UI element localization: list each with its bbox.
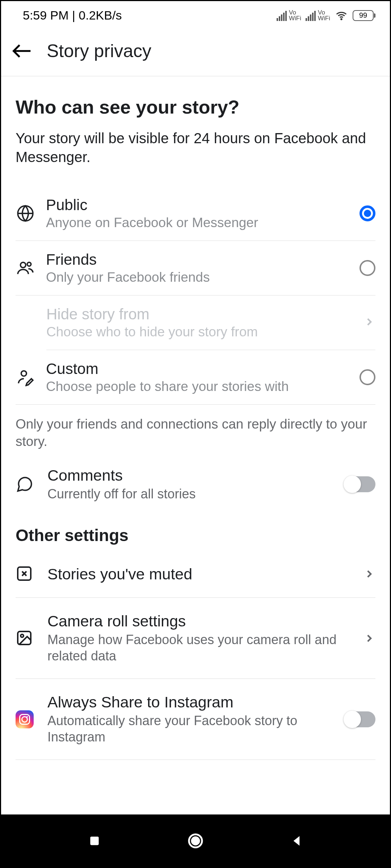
svg-point-0 (341, 18, 342, 20)
page-title: Story privacy (47, 41, 151, 61)
option-public-sub: Anyone on Facebook or Messenger (46, 215, 345, 230)
other-settings-title: Other settings (16, 516, 375, 550)
recent-apps-icon[interactable] (87, 834, 102, 848)
status-right: VoWiFi VoWiFi 99 (277, 10, 375, 21)
battery-indicator: 99 (353, 10, 375, 21)
option-hide-from: Hide story from Choose who to hide your … (46, 295, 375, 350)
comments-sub: Currently off for all stories (47, 486, 331, 502)
system-nav-bar (1, 814, 390, 867)
option-custom-sub: Choose people to share your stories with (46, 379, 345, 394)
wifi-icon (335, 10, 348, 21)
option-custom[interactable]: Custom Choose people to share your stori… (16, 350, 375, 405)
option-hide-sub: Choose who to hide your story from (46, 324, 349, 340)
home-icon[interactable] (187, 832, 204, 850)
option-friends-sub: Only your Facebook friends (46, 270, 345, 285)
muted-stories-row[interactable]: Stories you've muted (16, 550, 375, 598)
insta-title: Always Share to Instagram (47, 693, 331, 711)
signal-indicator-1: VoWiFi (277, 10, 301, 21)
radio-public[interactable] (360, 205, 375, 221)
radio-custom[interactable] (360, 369, 375, 385)
instagram-icon (16, 710, 34, 728)
chevron-right-icon (363, 632, 375, 644)
svg-marker-16 (294, 836, 300, 846)
section-desc: Your story will be visible for 24 hours … (16, 129, 375, 166)
status-time-data: 5:59 PM | 0.2KB/s (23, 8, 122, 22)
svg-rect-13 (90, 837, 98, 845)
option-friends[interactable]: Friends Only your Facebook friends (16, 241, 375, 295)
person-edit-icon (16, 367, 35, 387)
svg-point-4 (27, 262, 31, 266)
option-friends-title: Friends (46, 251, 345, 268)
svg-point-3 (20, 262, 26, 268)
muted-title: Stories you've muted (47, 565, 349, 583)
camera-roll-row[interactable]: Camera roll settings Manage how Facebook… (16, 598, 375, 679)
svg-point-15 (192, 837, 199, 844)
comments-title: Comments (47, 467, 331, 484)
back-arrow-icon[interactable] (12, 41, 32, 61)
image-icon (16, 629, 34, 647)
globe-icon (16, 204, 35, 223)
instagram-toggle[interactable] (344, 711, 375, 727)
camera-sub: Manage how Facebook uses your camera rol… (47, 631, 349, 664)
chevron-right-icon (363, 316, 375, 328)
comments-row[interactable]: Comments Currently off for all stories (16, 463, 375, 516)
instagram-share-row[interactable]: Always Share to Instagram Automatically … (16, 679, 375, 760)
reply-info-text: Only your friends and connections can re… (16, 405, 375, 463)
app-header: Story privacy (1, 26, 390, 76)
option-custom-title: Custom (46, 360, 345, 378)
option-public[interactable]: Public Anyone on Facebook or Messenger (16, 186, 375, 241)
comment-icon (16, 475, 34, 493)
radio-friends[interactable] (360, 260, 375, 276)
x-box-icon (16, 565, 34, 583)
svg-point-5 (21, 371, 27, 376)
signal-indicator-2: VoWiFi (306, 10, 330, 21)
camera-title: Camera roll settings (47, 612, 349, 630)
people-icon (16, 258, 35, 278)
status-bar: 5:59 PM | 0.2KB/s VoWiFi VoWiFi 99 (1, 1, 390, 26)
option-hide-title: Hide story from (46, 306, 349, 323)
chevron-right-icon (363, 568, 375, 580)
svg-point-10 (21, 634, 24, 637)
section-title: Who can see your story? (16, 96, 375, 118)
comments-toggle[interactable] (344, 476, 375, 492)
option-public-title: Public (46, 196, 345, 214)
back-icon[interactable] (289, 834, 304, 848)
insta-sub: Automatically share your Facebook story … (47, 712, 331, 745)
